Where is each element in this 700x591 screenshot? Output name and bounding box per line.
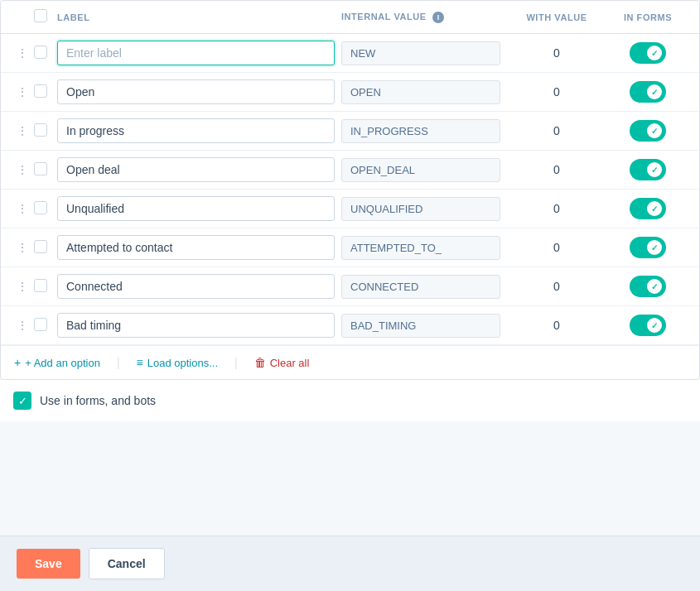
row-checkbox[interactable] (34, 318, 47, 331)
drag-handle[interactable]: ⋮ (11, 319, 34, 332)
label-input[interactable] (57, 157, 335, 182)
table-row: ⋮ IN_PROGRESS 0 ✓ (1, 112, 699, 151)
row-checkbox-cell[interactable] (34, 279, 57, 295)
add-option-button[interactable]: + + Add an option (14, 356, 100, 369)
row-checkbox[interactable] (34, 279, 47, 292)
internal-value-cell: IN_PROGRESS (341, 119, 507, 143)
label-cell[interactable] (57, 274, 341, 299)
internal-value-cell: BAD_TIMING (341, 314, 507, 338)
in-forms-cell[interactable]: ✓ (606, 120, 689, 142)
row-checkbox[interactable] (34, 162, 47, 175)
check-icon: ✓ (651, 204, 658, 214)
toggle-knob: ✓ (647, 279, 662, 294)
in-forms-cell[interactable]: ✓ (606, 315, 689, 336)
label-input[interactable] (57, 313, 335, 338)
row-checkbox[interactable] (34, 201, 47, 214)
select-all-col[interactable] (34, 9, 57, 25)
toggle-knob: ✓ (647, 318, 662, 333)
in-forms-cell[interactable]: ✓ (606, 276, 689, 297)
drag-handle[interactable]: ⋮ (11, 280, 34, 293)
drag-handle[interactable]: ⋮ (11, 124, 34, 137)
internal-value-cell: OPEN (341, 80, 507, 104)
row-checkbox[interactable] (34, 84, 47, 98)
select-all-checkbox[interactable] (34, 9, 47, 22)
trash-icon: 🗑 (254, 356, 266, 369)
label-input[interactable] (57, 79, 335, 104)
page-wrapper: LABEL INTERNAL VALUE i WITH VALUE IN FOR… (0, 0, 700, 591)
in-forms-col-header: IN FORMS (606, 12, 689, 22)
with-value-cell: 0 (507, 280, 606, 293)
row-checkbox-cell[interactable] (34, 162, 57, 178)
drag-handle[interactable]: ⋮ (11, 85, 34, 98)
row-checkbox-cell[interactable] (34, 240, 57, 256)
internal-value-display: OPEN_DEAL (341, 158, 500, 182)
in-forms-cell[interactable]: ✓ (606, 159, 689, 180)
in-forms-toggle[interactable]: ✓ (630, 42, 666, 64)
in-forms-toggle[interactable]: ✓ (630, 81, 666, 103)
with-value-col-header: WITH VALUE (507, 12, 606, 22)
label-input[interactable] (57, 118, 335, 143)
label-cell[interactable] (57, 118, 341, 143)
row-checkbox-cell[interactable] (34, 318, 57, 334)
drag-handle[interactable]: ⋮ (11, 163, 34, 176)
cancel-button[interactable]: Cancel (89, 548, 165, 579)
label-cell[interactable] (57, 235, 341, 260)
row-checkbox-cell[interactable] (34, 46, 57, 61)
label-input[interactable] (57, 274, 335, 299)
label-cell[interactable] (57, 41, 341, 65)
check-icon: ✓ (651, 49, 658, 58)
in-forms-toggle[interactable]: ✓ (630, 198, 666, 219)
drag-handle[interactable]: ⋮ (11, 241, 34, 254)
in-forms-toggle[interactable]: ✓ (630, 159, 666, 180)
internal-value-display: BAD_TIMING (341, 314, 500, 338)
options-table: LABEL INTERNAL VALUE i WITH VALUE IN FOR… (0, 0, 700, 380)
internal-value-display: ATTEMPTED_TO_ (341, 236, 500, 260)
with-value-cell: 0 (507, 124, 606, 137)
footer-divider: | (117, 356, 120, 369)
with-value-cell: 0 (507, 46, 606, 60)
in-forms-toggle[interactable]: ✓ (630, 276, 666, 297)
check-icon: ✓ (651, 321, 658, 330)
row-checkbox[interactable] (34, 240, 47, 253)
label-cell[interactable] (57, 313, 341, 338)
table-row: ⋮ OPEN 0 ✓ (1, 73, 699, 112)
label-input[interactable] (57, 196, 335, 221)
info-icon[interactable]: i (432, 12, 444, 23)
toggle-knob: ✓ (647, 201, 662, 216)
check-icon: ✓ (651, 243, 658, 252)
row-checkbox-cell[interactable] (34, 84, 57, 100)
load-options-button[interactable]: ≡ Load options... (137, 356, 218, 369)
with-value-cell: 0 (507, 241, 606, 254)
row-checkbox[interactable] (34, 123, 47, 137)
save-button[interactable]: Save (17, 549, 80, 579)
internal-value-display: UNQUALIFIED (341, 197, 500, 221)
internal-value-cell: ATTEMPTED_TO_ (341, 236, 507, 260)
drag-handle[interactable]: ⋮ (11, 202, 34, 215)
in-forms-cell[interactable]: ✓ (606, 237, 689, 258)
in-forms-cell[interactable]: ✓ (606, 198, 689, 219)
label-input[interactable] (57, 41, 335, 65)
internal-value-display: NEW (341, 41, 500, 65)
in-forms-cell[interactable]: ✓ (606, 81, 689, 103)
internal-value-cell: CONNECTED (341, 275, 507, 299)
in-forms-toggle[interactable]: ✓ (630, 315, 666, 336)
toggle-knob: ✓ (647, 162, 662, 177)
check-icon: ✓ (651, 88, 658, 97)
label-cell[interactable] (57, 79, 341, 104)
clear-all-button[interactable]: 🗑 Clear all (254, 356, 310, 369)
label-cell[interactable] (57, 157, 341, 182)
label-cell[interactable] (57, 196, 341, 221)
drag-handle[interactable]: ⋮ (11, 46, 34, 60)
row-checkbox-cell[interactable] (34, 123, 57, 139)
check-icon: ✓ (651, 282, 658, 291)
in-forms-toggle[interactable]: ✓ (630, 237, 666, 258)
internal-value-display: OPEN (341, 80, 500, 104)
with-value-cell: 0 (507, 202, 606, 215)
in-forms-toggle[interactable]: ✓ (630, 120, 666, 142)
row-checkbox-cell[interactable] (34, 201, 57, 217)
use-in-forms-check[interactable]: ✓ (13, 392, 31, 410)
in-forms-cell[interactable]: ✓ (606, 42, 689, 64)
row-checkbox[interactable] (34, 46, 47, 59)
use-in-forms-label: Use in forms, and bots (40, 394, 156, 407)
label-input[interactable] (57, 235, 335, 260)
